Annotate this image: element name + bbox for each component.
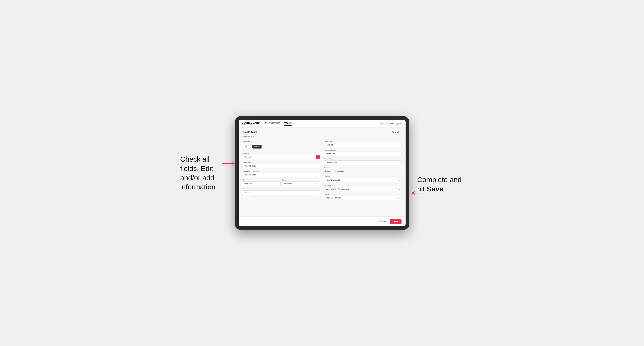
form-grid: Team logo C Upload Team colour bbox=[243, 140, 402, 202]
brand-subtitle: Powered by clippd bbox=[242, 124, 260, 126]
state-select-wrapper: New York ✕ ⌄ bbox=[282, 181, 320, 186]
nav-right: Test User | Sign out bbox=[380, 122, 402, 126]
page-wrapper: Check all fields. Edit and/or add inform… bbox=[180, 116, 464, 230]
radio-mens-dot bbox=[324, 170, 326, 173]
zip-group: Zip code bbox=[243, 188, 320, 195]
team-colour-label: Team colour bbox=[243, 152, 320, 154]
state-clear-icon[interactable]: ✕ bbox=[315, 183, 316, 185]
state-label: State bbox=[282, 179, 320, 181]
conference-group: Conference University Athletic Associati… bbox=[324, 184, 402, 191]
form-footer: Cancel Save bbox=[239, 216, 406, 226]
svg-point-1 bbox=[412, 192, 414, 194]
team-colour-group: Team colour bbox=[243, 152, 320, 159]
division-select-wrapper: NCAA Division III ⌄ bbox=[324, 178, 402, 182]
page-title-row: Create Team Cancel ✕ bbox=[243, 131, 402, 134]
team-name-group: Team name bbox=[243, 161, 320, 168]
city-subgroup: City bbox=[243, 179, 280, 186]
team-logo-group: Team logo C Upload bbox=[243, 140, 320, 150]
display-name-input[interactable] bbox=[243, 173, 320, 177]
region-label: Region bbox=[324, 193, 402, 195]
save-button[interactable]: Save bbox=[390, 219, 401, 224]
instruction-right: Complete and hit Save. bbox=[417, 175, 464, 194]
tablet-screen: SCOREBOARD Powered by clippd TOURNAMENTS… bbox=[239, 120, 406, 226]
svg-point-0 bbox=[234, 163, 235, 164]
head-coach-input[interactable] bbox=[324, 143, 402, 147]
athletic-director-label: Athletic Director bbox=[324, 158, 402, 160]
color-swatch[interactable] bbox=[316, 155, 320, 159]
conference-select[interactable]: University Athletic Association bbox=[324, 187, 402, 191]
cancel-x-button[interactable]: Cancel ✕ bbox=[392, 131, 401, 134]
instruction-left: Check all fields. Edit and/or add inform… bbox=[180, 155, 225, 192]
gender-radio-group: Mens Womens bbox=[324, 169, 402, 173]
athletic-director-input[interactable] bbox=[324, 161, 402, 165]
conference-label: Conference bbox=[324, 184, 402, 186]
state-subgroup: State New York ✕ ⌄ bbox=[282, 179, 320, 186]
team-name-label: Team name bbox=[243, 161, 320, 163]
upload-button[interactable]: Upload bbox=[252, 145, 262, 149]
form-right: Head Coach Assistant Coach Athletic Dire… bbox=[324, 140, 402, 202]
color-field-wrapper bbox=[243, 155, 320, 159]
team-colour-input[interactable] bbox=[243, 155, 315, 159]
state-select[interactable]: New York bbox=[282, 181, 320, 186]
radio-womens[interactable]: Womens bbox=[334, 170, 344, 173]
nav-teams[interactable]: TEAMS bbox=[284, 121, 292, 126]
logo-circle: C bbox=[243, 143, 250, 150]
region-select-wrapper: Region II - (M) DIII ✕ ⌄ bbox=[324, 196, 402, 200]
team-name-input[interactable] bbox=[243, 164, 320, 168]
display-name-group: Display name (unique) bbox=[243, 170, 320, 177]
sign-out-link[interactable]: Sign out bbox=[396, 123, 402, 125]
conference-select-wrapper: University Athletic Association ✕ ⌄ bbox=[324, 187, 402, 191]
arrow-left-icon bbox=[220, 160, 238, 168]
display-name-label: Display name (unique) bbox=[243, 170, 320, 172]
section-label: TEAM DETAILS bbox=[243, 136, 402, 138]
zip-input[interactable] bbox=[243, 190, 320, 195]
division-group: Division NCAA Division III ⌄ bbox=[324, 175, 402, 182]
nav-links: TOURNAMENTS TEAMS bbox=[265, 121, 380, 126]
assistant-coach-input[interactable] bbox=[324, 152, 402, 156]
brand: SCOREBOARD Powered by clippd bbox=[242, 122, 260, 126]
radio-womens-dot bbox=[334, 170, 336, 173]
form-left: Team logo C Upload Team colour bbox=[243, 140, 320, 202]
team-logo-label: Team logo bbox=[243, 140, 320, 142]
athletic-director-group: Athletic Director bbox=[324, 158, 402, 165]
gender-label: Gender bbox=[324, 167, 402, 169]
nav-tournaments[interactable]: TOURNAMENTS bbox=[265, 121, 280, 126]
division-select[interactable]: NCAA Division III bbox=[324, 178, 402, 182]
head-coach-label: Head Coach bbox=[324, 140, 402, 142]
user-avatar bbox=[380, 122, 384, 126]
conference-clear-icon[interactable]: ✕ bbox=[396, 188, 398, 190]
assistant-coach-label: Assistant Coach bbox=[324, 149, 402, 151]
city-state-group: City State New York ✕ bbox=[243, 179, 320, 186]
city-input[interactable] bbox=[243, 181, 280, 186]
region-select[interactable]: Region II - (M) DIII bbox=[324, 196, 402, 200]
city-state-row: City State New York ✕ bbox=[243, 179, 320, 186]
zip-label: Zip code bbox=[243, 188, 320, 190]
city-label: City bbox=[243, 179, 280, 181]
page-title: Create Team bbox=[243, 131, 257, 134]
assistant-coach-group: Assistant Coach bbox=[324, 149, 402, 156]
brand-title: SCOREBOARD bbox=[242, 122, 260, 124]
logo-area: C Upload bbox=[243, 143, 320, 150]
region-clear-icon[interactable]: ✕ bbox=[396, 197, 398, 199]
navbar: SCOREBOARD Powered by clippd TOURNAMENTS… bbox=[239, 120, 406, 128]
cancel-button[interactable]: Cancel bbox=[377, 219, 388, 224]
main-content: Create Team Cancel ✕ TEAM DETAILS Team l… bbox=[239, 128, 406, 216]
gender-group: Gender Mens Womens bbox=[324, 167, 402, 173]
region-group: Region Region II - (M) DIII ✕ ⌄ bbox=[324, 193, 402, 200]
head-coach-group: Head Coach bbox=[324, 140, 402, 147]
radio-mens[interactable]: Mens bbox=[324, 170, 332, 173]
tablet-frame: SCOREBOARD Powered by clippd TOURNAMENTS… bbox=[235, 116, 409, 230]
user-name: Test User | bbox=[385, 123, 394, 125]
division-label: Division bbox=[324, 175, 402, 177]
